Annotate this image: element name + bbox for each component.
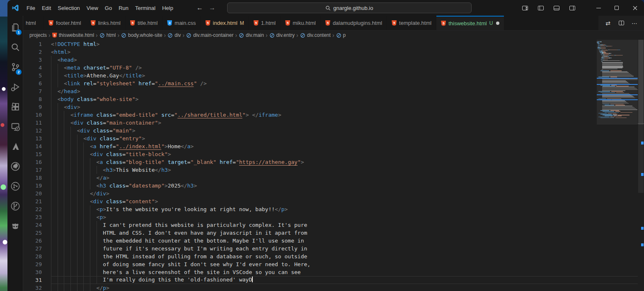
breadcrumb-item-html[interactable]: html (99, 32, 116, 38)
github-icon[interactable] (7, 156, 23, 176)
code-line[interactable]: <div class="content"> (51, 197, 638, 205)
menu-go[interactable]: Go (102, 3, 115, 13)
source-control-icon[interactable]: 2 (7, 57, 23, 77)
tab-html[interactable]: html (23, 16, 44, 30)
line-number[interactable]: 24 (23, 221, 51, 229)
breadcrumb-item-thiswebsite.html[interactable]: 5thiswebsite.html (52, 32, 94, 38)
code-line[interactable]: <a href="../index.html">Home</a> (51, 142, 638, 150)
toggle-panel-icon[interactable] (550, 2, 563, 13)
line-number[interactable]: 29 (23, 260, 51, 268)
unsaved-dot-icon[interactable] (496, 22, 499, 25)
line-number[interactable]: 26 (23, 237, 51, 245)
tab-footer.html[interactable]: 5footer.html (44, 16, 86, 30)
code-line[interactable]: <h3>This Website</h3> (51, 166, 638, 174)
scrollbar-thumb[interactable] (638, 40, 644, 125)
breadcrumb-item-p[interactable]: p (336, 32, 346, 38)
line-number[interactable]: 32 (23, 284, 51, 291)
code-line[interactable]: <h3 class="datestamp">2025</h3> (51, 182, 638, 190)
menu-run[interactable]: Run (115, 3, 132, 13)
azure-icon[interactable] (7, 137, 23, 156)
tab-index.html[interactable]: 5index.htmlM (201, 16, 249, 30)
open-changes-icon[interactable]: ⇄ (603, 19, 613, 28)
menu-help[interactable]: Help (159, 3, 177, 13)
line-number[interactable]: 21 (23, 197, 51, 205)
breadcrumb-item-body.whole-site[interactable]: body.whole-site (121, 32, 162, 38)
code-line[interactable]: </p> (51, 284, 638, 291)
tab-title.html[interactable]: 5title.html (126, 16, 162, 30)
code-line[interactable]: <p> (51, 213, 638, 221)
line-number[interactable]: 7 (23, 87, 51, 95)
line-number[interactable]: 15 (23, 150, 51, 158)
line-number[interactable]: 16 (23, 158, 51, 166)
split-editor-icon[interactable] (617, 19, 626, 28)
code-line[interactable]: the HTML instead of pulling from a datab… (51, 253, 638, 260)
line-number[interactable]: 31 (23, 276, 51, 284)
line-number[interactable]: 22 (23, 205, 51, 213)
line-number[interactable]: 18 (23, 174, 51, 182)
code-line[interactable]: <div class="entry"> (51, 135, 638, 142)
line-number[interactable]: 11 (23, 119, 51, 127)
customize-layout-icon[interactable] (519, 2, 531, 13)
code-line[interactable]: </a> (51, 174, 638, 182)
line-number[interactable]: 8 (23, 95, 51, 103)
code-line[interactable]: here's a live screenshot of the site in … (51, 268, 638, 276)
breadcrumb-item-div.content[interactable]: div.content (300, 32, 331, 38)
godot-icon[interactable] (7, 216, 23, 236)
search-icon[interactable] (7, 37, 23, 57)
minimize-button[interactable] (589, 0, 608, 16)
tab-dalamudplugins.html[interactable]: 5dalamudplugins.html (321, 16, 387, 30)
gitlens-icon[interactable] (7, 196, 23, 216)
code-line[interactable]: <div class="main"> (51, 127, 638, 135)
code-line[interactable]: <div class="main-container"> (51, 119, 638, 127)
toggle-primary-sidebar-icon[interactable] (535, 2, 547, 13)
code-line[interactable]: <div> (51, 103, 638, 111)
line-number[interactable]: 10 (23, 111, 51, 119)
code-line[interactable]: <body class="whole-site"> (51, 95, 638, 103)
line-number[interactable]: 3 (23, 56, 51, 64)
forward-arrow-button[interactable]: → (209, 4, 215, 12)
code-line[interactable]: <a class="blog-title" target="_blank" hr… (51, 158, 638, 166)
code-line[interactable]: <div class="title-block"> (51, 150, 638, 158)
breadcrumb-item-div.main[interactable]: div.main (239, 32, 264, 38)
line-number[interactable]: 19 (23, 182, 51, 190)
line-number[interactable]: 1 (23, 40, 51, 48)
menu-view[interactable]: View (83, 3, 102, 13)
remote-explorer-icon[interactable] (7, 117, 23, 137)
minimap-viewport-slider[interactable] (597, 40, 638, 125)
line-number[interactable]: 12 (23, 127, 51, 135)
tab-main.css[interactable]: 3main.css (162, 16, 201, 30)
explorer-icon[interactable]: 1 (7, 17, 23, 37)
code-line[interactable]: </head> (51, 87, 638, 95)
code-line[interactable]: <iframe class="embed-title" src="../shar… (51, 111, 638, 119)
line-number[interactable]: 6 (23, 79, 51, 87)
extensions-icon[interactable] (7, 97, 23, 117)
breadcrumb-item-div.main-container[interactable]: div.main-container (186, 32, 233, 38)
breadcrumb-item-div.entry[interactable]: div.entry (269, 32, 295, 38)
line-number[interactable]: 2 (23, 48, 51, 56)
line-number[interactable]: 5 (23, 72, 51, 79)
code-line[interactable]: <html> (51, 48, 638, 56)
maximize-button[interactable] (608, 0, 626, 16)
line-number[interactable]: 14 (23, 142, 51, 150)
code-line[interactable]: HTML and CSS. I don't even have any java… (51, 229, 638, 237)
close-button[interactable] (626, 0, 644, 16)
tab-links.html[interactable]: 5links.html (86, 16, 126, 30)
git-graph-icon[interactable] (7, 176, 23, 196)
code-line[interactable]: </div> (51, 190, 638, 197)
code-line[interactable]: <meta charset="UTF-8" /> (51, 64, 638, 72)
code-line[interactable]: I'm really doing this the 'old-fashioned… (51, 276, 638, 284)
line-number[interactable]: 4 (23, 64, 51, 72)
breadcrumb-item-projects[interactable]: projects (29, 32, 47, 38)
code-line[interactable]: <!DOCTYPE html> (51, 40, 638, 48)
menu-edit[interactable]: Edit (39, 3, 54, 13)
command-center-search[interactable]: gnargle.github.io (227, 2, 472, 13)
tab-template.html[interactable]: 5template.html (387, 16, 436, 30)
line-number[interactable]: 17 (23, 166, 51, 174)
tab-1.html[interactable]: 51.html (249, 16, 281, 30)
code-editor[interactable]: 1<!DOCTYPE html>2<html>3 <head>4 <meta c… (23, 40, 644, 291)
line-number[interactable]: 9 (23, 103, 51, 111)
code-line[interactable]: the embedded hit counter at the bottom. … (51, 237, 638, 245)
line-number[interactable]: 27 (23, 245, 51, 253)
code-line[interactable]: <head> (51, 56, 638, 64)
line-number[interactable]: 23 (23, 213, 51, 221)
